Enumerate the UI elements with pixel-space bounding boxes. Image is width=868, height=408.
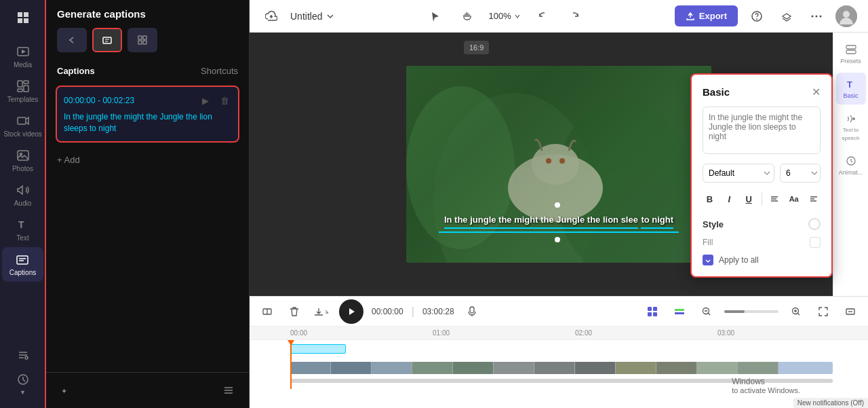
sidebar-item-photos[interactable]: Photos: [0, 143, 45, 178]
fmt-sep-1: [762, 192, 762, 206]
mic-btn[interactable]: [462, 302, 481, 321]
svg-rect-41: [470, 307, 474, 313]
view-options-btn[interactable]: [841, 302, 860, 321]
export-btn[interactable]: Export: [675, 5, 738, 26]
shortcuts-label[interactable]: Shortcuts: [201, 66, 238, 76]
svg-rect-4: [24, 86, 28, 92]
sidebar-text-label: Text: [16, 234, 28, 242]
svg-point-31: [532, 144, 579, 185]
caption-overlay: In the jungle the might the Jungle the l…: [406, 202, 711, 242]
svg-rect-14: [138, 36, 142, 39]
format-row: B I U Aa: [703, 189, 821, 208]
style-label: Style: [703, 219, 724, 229]
caption-play-btn[interactable]: ▶: [199, 94, 212, 107]
ruler-mark-2: 02:00: [575, 329, 592, 337]
italic-btn[interactable]: I: [722, 189, 736, 208]
playhead-head: [288, 340, 294, 346]
topbar: Untitled 100% Exp: [250, 0, 868, 33]
right-panel-title: Basic ✕: [703, 86, 821, 98]
fullscreen-btn[interactable]: [814, 302, 833, 321]
svg-rect-6: [18, 117, 26, 124]
caption-clip[interactable]: [290, 344, 346, 354]
video-preview[interactable]: In the jungle the might the Jungle the l…: [406, 66, 711, 263]
right-panel: Basic ✕ Default 6 B: [690, 73, 833, 278]
svg-point-32: [546, 158, 551, 164]
svg-rect-47: [675, 312, 684, 314]
select-tool-btn[interactable]: [424, 5, 446, 27]
apply-checkbox[interactable]: [703, 255, 713, 265]
caption-delete-btn[interactable]: 🗑: [218, 94, 231, 107]
bold-btn[interactable]: B: [703, 189, 717, 208]
ruler-mark-1: 01:00: [433, 329, 450, 337]
sidebar-item-media[interactable]: Media: [0, 39, 45, 74]
cloud-save-btn[interactable]: [260, 5, 282, 27]
download-btn[interactable]: [312, 302, 331, 321]
zoom-control[interactable]: 100%: [489, 11, 521, 21]
redo-btn[interactable]: [564, 5, 586, 27]
svg-rect-45: [653, 312, 657, 316]
user-avatar[interactable]: [835, 5, 857, 27]
font-size-select-wrap: 6: [780, 164, 821, 183]
svg-text:✦: ✦: [61, 387, 67, 395]
video-clip[interactable]: [290, 362, 833, 374]
tab-scan[interactable]: [127, 28, 157, 52]
zoom-out-btn[interactable]: [697, 302, 716, 321]
zoom-in-btn[interactable]: [787, 302, 806, 321]
font-select-wrap: Default: [703, 164, 774, 183]
topbar-right: Export: [675, 5, 857, 27]
play-btn[interactable]: [339, 299, 363, 324]
panel-title: Generate captions: [57, 8, 146, 20]
delete-clip-btn[interactable]: [285, 302, 304, 321]
main-area: Untitled 100% Exp: [250, 0, 868, 408]
sidebar-item-audio[interactable]: Audio: [0, 178, 45, 212]
sidebar-item-stock-videos[interactable]: Stock videos: [0, 109, 45, 143]
style-radio[interactable]: [808, 218, 821, 230]
timeline-track-area: 00:00 01:00 02:00 03:00: [250, 327, 868, 408]
captions-bar: Captions Shortcuts: [46, 60, 249, 81]
sidebar-item-captions[interactable]: Captions: [2, 247, 43, 282]
undo-btn[interactable]: [532, 5, 553, 27]
strip-presets[interactable]: Presets: [836, 38, 866, 70]
close-panel-btn[interactable]: ✕: [812, 86, 821, 98]
tab-text[interactable]: [92, 28, 122, 52]
sidebar-item-extra1[interactable]: [16, 343, 30, 367]
help-btn[interactable]: [746, 5, 768, 27]
tab-back[interactable]: [57, 28, 87, 52]
svg-text:T: T: [847, 79, 852, 90]
grid-btn[interactable]: [643, 302, 662, 321]
auto-caption-btn[interactable]: ✦: [57, 381, 76, 400]
fill-checkbox[interactable]: [810, 237, 821, 248]
grid2-btn[interactable]: [670, 302, 689, 321]
case-btn[interactable]: Aa: [787, 189, 801, 208]
caption-item: 00:00:00 - 00:02:23 ▶ 🗑 In the jungle th…: [57, 87, 238, 141]
strip-animate[interactable]: Animat...: [836, 149, 866, 181]
caption-textarea[interactable]: [703, 107, 821, 154]
sidebar-item-templates[interactable]: Templates: [0, 74, 45, 109]
align-btn[interactable]: [767, 189, 781, 208]
panel-footer: ✦: [46, 372, 249, 408]
split-btn[interactable]: [258, 302, 277, 321]
zoom-slider[interactable]: [724, 310, 778, 313]
document-title-area[interactable]: Untitled: [290, 11, 334, 22]
svg-point-25: [843, 11, 850, 18]
sidebar-bottom: ▼: [16, 343, 30, 401]
font-size-select[interactable]: 6: [780, 164, 821, 183]
add-caption-btn[interactable]: + Add: [46, 147, 249, 173]
style-row: Style: [703, 218, 821, 230]
playhead: [290, 340, 292, 389]
font-row: Default 6: [703, 164, 821, 183]
layers-btn[interactable]: [776, 5, 797, 27]
list-btn[interactable]: [806, 189, 821, 208]
sidebar-item-text[interactable]: T Text: [0, 212, 45, 247]
more-btn[interactable]: [806, 5, 827, 27]
strip-text-to-speech[interactable]: Text to speech: [836, 107, 866, 147]
sidebar-item-extra2[interactable]: ▼: [16, 367, 30, 401]
caption-actions: ▶ 🗑: [199, 94, 231, 107]
svg-marker-1: [22, 50, 26, 54]
font-select[interactable]: Default: [703, 164, 774, 183]
app-logo[interactable]: [12, 7, 34, 29]
underline-btn[interactable]: U: [742, 189, 756, 208]
hand-tool-btn[interactable]: [456, 5, 478, 27]
strip-basic[interactable]: T Basic: [836, 73, 866, 105]
list-view-btn[interactable]: [219, 381, 238, 400]
